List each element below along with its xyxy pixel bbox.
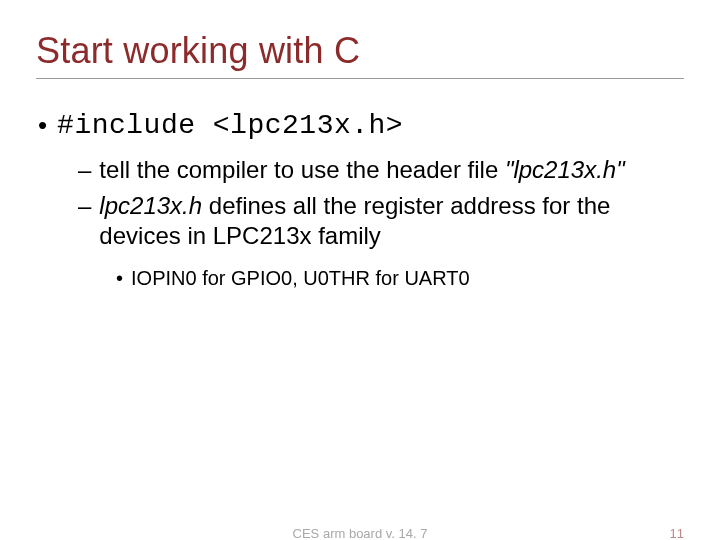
bullet-list-level2: – tell the compiler to use the header fi… — [36, 155, 684, 251]
slide-title: Start working with C — [36, 30, 684, 72]
dash-icon: – — [78, 191, 91, 221]
bullet-list-level3: • IOPIN0 for GPIO0, U0THR for UART0 — [36, 265, 684, 291]
example-text: IOPIN0 for GPIO0, U0THR for UART0 — [131, 265, 470, 291]
filename-italic: lpc213x.h — [99, 192, 202, 219]
text-run: tell the compiler to use the header file — [99, 156, 505, 183]
bullet-list-level1: • #include <lpc213x.h> — [36, 109, 684, 143]
description-text: tell the compiler to use the header file… — [99, 155, 624, 185]
list-item: • IOPIN0 for GPIO0, U0THR for UART0 — [116, 265, 684, 291]
footer-center-text: CES arm board v. 14. 7 — [293, 526, 428, 540]
include-directive: #include <lpc213x.h> — [57, 109, 403, 143]
slide: Start working with C • #include <lpc213x… — [0, 0, 720, 540]
dash-icon: – — [78, 155, 91, 185]
list-item: – lpc213x.h defines all the register add… — [78, 191, 684, 251]
filename-italic: "lpc213x.h" — [505, 156, 625, 183]
list-item: – tell the compiler to use the header fi… — [78, 155, 684, 185]
description-text: lpc213x.h defines all the register addre… — [99, 191, 684, 251]
bullet-dot-icon: • — [36, 109, 47, 141]
list-item: • #include <lpc213x.h> — [36, 109, 684, 143]
title-rule — [36, 78, 684, 79]
page-number: 11 — [670, 526, 684, 540]
bullet-dot-icon: • — [116, 265, 123, 291]
